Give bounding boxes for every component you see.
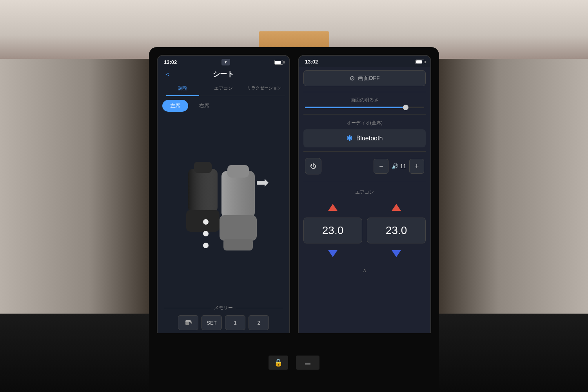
left-screen-container: 13:02 ▾ ＜ シート 調整 エアコン	[157, 55, 290, 337]
left-dropdown[interactable]: ▾	[221, 59, 230, 65]
memory-btn-1[interactable]: 1	[225, 315, 245, 330]
bluetooth-label: Bluetooth	[356, 135, 383, 142]
seat-image-area	[158, 116, 289, 301]
ac-right-control: 23.0	[367, 200, 426, 261]
seat-dot-3	[203, 243, 209, 248]
bluetooth-button[interactable]: ✱ Bluetooth	[303, 129, 426, 147]
bottom-lock-button[interactable]: 🔒	[269, 356, 288, 370]
svg-marker-13	[191, 321, 192, 324]
memory-btn-set[interactable]: SET	[201, 315, 222, 330]
ac-right-temp: 23.0	[367, 218, 426, 243]
divider-3	[303, 151, 426, 152]
brightness-slider-track[interactable]	[305, 107, 424, 108]
screen-off-icon: ⊘	[350, 74, 355, 82]
svg-marker-9	[257, 179, 269, 187]
left-status-bar: 13:02 ▾	[158, 56, 289, 68]
bluetooth-icon: ✱	[347, 134, 352, 143]
screen-off-label: 画面OFF	[358, 75, 380, 82]
subtab-right-seat[interactable]: 右席	[191, 100, 217, 112]
ac-label: エアコン	[303, 187, 426, 197]
memory-buttons: SET 1 2	[164, 315, 283, 330]
ac-section: エアコン 23.0	[299, 183, 430, 336]
left-time: 13:02	[164, 59, 177, 65]
svg-rect-5	[221, 171, 255, 218]
ac-left-down-arrow	[328, 250, 338, 257]
bottom-media-button[interactable]: ▬	[296, 356, 319, 370]
ac-right-up-button[interactable]	[389, 200, 403, 214]
seat-dot-1	[203, 219, 209, 225]
volume-plus-button[interactable]: +	[409, 159, 424, 174]
screen-off-button[interactable]: ⊘ 画面OFF	[303, 70, 426, 86]
divider-1	[303, 92, 426, 92]
ac-left-up-button[interactable]	[326, 200, 340, 214]
memory-section: メモリー SET 1	[158, 301, 289, 336]
left-battery-icon	[274, 60, 283, 65]
memory-btn-icon[interactable]	[178, 315, 198, 330]
audio-label: オーディオ(全席)	[299, 117, 430, 128]
right-screen: 13:02 ⊘ 画面OFF 画面の明るさ オーディオ(全	[299, 56, 430, 336]
right-battery-icon	[416, 60, 424, 64]
volume-display: 🔊 11	[392, 163, 406, 169]
ac-left-temp: 23.0	[303, 218, 362, 243]
seat-adjust-icon	[184, 319, 192, 327]
brightness-label: 画面の明るさ	[299, 94, 430, 105]
svg-rect-3	[194, 162, 212, 173]
bottom-console: 🔒 ▬	[149, 333, 439, 392]
dropdown-label: ▾	[225, 60, 227, 65]
volume-minus-button[interactable]: −	[374, 159, 388, 174]
volume-level: 11	[400, 163, 406, 169]
left-screen: 13:02 ▾ ＜ シート 調整 エアコン	[158, 56, 289, 336]
ac-right-down-button[interactable]	[389, 247, 403, 261]
back-button[interactable]: ＜	[164, 69, 171, 79]
left-tab-bar: 調整 エアコン リラクゼーション	[162, 82, 285, 96]
ac-right-up-arrow	[392, 204, 401, 211]
tab-aircon[interactable]: エアコン	[203, 82, 244, 96]
tab-relax[interactable]: リラクゼーション	[244, 82, 285, 96]
sub-tab-bar: 左席 右席	[162, 100, 285, 112]
right-screen-container: 13:02 ⊘ 画面OFF 画面の明るさ オーディオ(全	[298, 55, 431, 337]
memory-label: メモリー	[164, 305, 283, 311]
lock-icon: 🔒	[274, 358, 283, 367]
svg-rect-8	[223, 239, 253, 250]
left-screen-header: ＜ シート	[158, 68, 289, 82]
ac-right-down-arrow	[392, 250, 401, 257]
ac-controls: 23.0 23.0	[303, 197, 426, 264]
ac-left-up-arrow	[328, 204, 338, 211]
right-time: 13:02	[305, 59, 318, 65]
console: 13:02 ▾ ＜ シート 調整 エアコン	[149, 47, 439, 345]
divider-4	[303, 181, 426, 181]
seat-dot-2	[203, 231, 209, 236]
media-icon: ▬	[305, 359, 310, 366]
svg-rect-11	[185, 320, 191, 322]
volume-controls: − 🔊 11 +	[374, 159, 424, 174]
svg-rect-10	[185, 322, 189, 325]
right-status-bar: 13:02	[299, 56, 430, 67]
speaker-icon: 🔊	[392, 163, 398, 169]
ac-left-control: 23.0	[303, 200, 362, 261]
seat-title: シート	[213, 69, 234, 79]
expand-button[interactable]: ∧	[303, 264, 426, 276]
svg-rect-2	[186, 210, 220, 232]
subtab-left-seat[interactable]: 左席	[162, 100, 188, 112]
svg-rect-1	[188, 169, 218, 212]
svg-rect-6	[220, 215, 257, 241]
volume-area: ⏻ − 🔊 11 +	[299, 154, 430, 178]
tab-adjust[interactable]: 調整	[162, 82, 203, 96]
ac-left-down-button[interactable]	[326, 247, 340, 261]
memory-btn-2[interactable]: 2	[249, 315, 269, 330]
power-button[interactable]: ⏻	[305, 158, 321, 174]
power-icon: ⏻	[310, 163, 316, 170]
brightness-slider-thumb	[403, 105, 408, 110]
brightness-slider-fill	[305, 107, 406, 108]
seat-illustration	[176, 157, 270, 259]
svg-rect-7	[227, 165, 249, 178]
divider-2	[303, 114, 426, 115]
brightness-area[interactable]	[299, 105, 430, 112]
expand-icon: ∧	[363, 267, 367, 273]
